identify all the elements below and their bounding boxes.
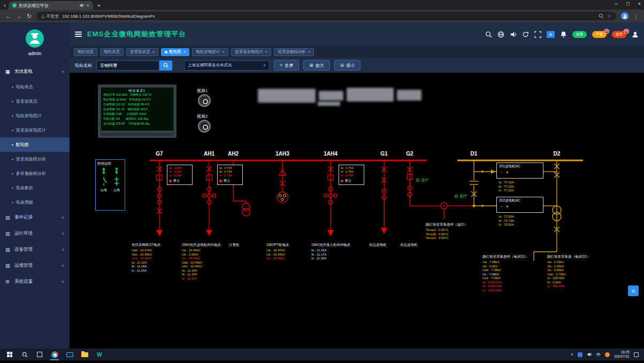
sidebar-group[interactable]: ⚙ 系统设置 ∨ (0, 274, 70, 290)
sidebar-group[interactable]: ▥ 运行环境 ∨ (0, 226, 70, 242)
browser-taskbar-button[interactable] (47, 349, 62, 360)
header-search-icon[interactable] (485, 31, 492, 38)
browser-menu-icon[interactable]: ⋮ (633, 13, 639, 19)
tray-app-icon[interactable] (578, 352, 582, 357)
user-name: admin (0, 51, 70, 56)
new-tab-button[interactable]: + (97, 2, 101, 9)
window-maximize-button[interactable]: □ (626, 1, 629, 6)
wps-button[interactable]: W (92, 349, 107, 360)
group-icon: ▥ (5, 231, 11, 236)
sidebar-item[interactable]: • 逆变器状态 (0, 94, 70, 109)
bullet-icon: • (12, 157, 13, 161)
tab-close-icon[interactable]: × (87, 3, 89, 8)
taskbar-clock[interactable]: 16:25 2024/7/31 (614, 350, 630, 359)
sidebar-group[interactable]: ▧ 设备管理 ∨ (0, 242, 70, 258)
tab-close-icon[interactable]: × (265, 50, 268, 54)
notification-center-icon[interactable] (634, 352, 639, 357)
address-bar[interactable]: △ 不安全 192.168.1.101:8090/PVWEB/Distribut… (36, 12, 616, 20)
zoom-in-button[interactable]: ⊕放大 (303, 60, 330, 71)
sidebar-item[interactable]: • 逆变器发电统计 (0, 123, 70, 137)
tab-search-icon[interactable]: ∨ (3, 3, 6, 8)
tab-close-icon[interactable]: × (183, 50, 186, 54)
alarm-pill-hint[interactable]: 提示88 (612, 31, 626, 38)
chevron-down-icon: ∨ (263, 63, 266, 67)
taskbar-search-button[interactable] (17, 349, 32, 360)
alarm-badge: 19 (604, 29, 609, 34)
task-view-button[interactable] (32, 349, 47, 360)
page-tab[interactable]: 逆变器发电统计× (231, 48, 271, 56)
tray-expand-icon[interactable]: ∧ (571, 352, 573, 357)
file-explorer-button[interactable] (77, 349, 92, 360)
monitor-icon (66, 352, 73, 357)
sidebar-item[interactable]: • 多设备曲线分析 (0, 166, 70, 181)
page-tab[interactable]: 逆变器曲线分析× (274, 48, 314, 56)
bullet-icon: • (12, 186, 13, 190)
search-icon (163, 63, 168, 68)
sidebar-item[interactable]: • 配电图 (0, 137, 70, 152)
tab-close-icon[interactable]: × (222, 50, 225, 54)
zoom-page-icon[interactable] (599, 13, 604, 19)
video2-button[interactable] (198, 120, 211, 133)
sidebar-item[interactable]: • 电表集抄 (0, 181, 70, 195)
logo (0, 29, 70, 48)
page-tab[interactable]: 逆变器状态× (126, 48, 158, 56)
back-button[interactable]: ← (5, 13, 11, 19)
display-app-button[interactable] (62, 349, 77, 360)
search-icon (22, 352, 28, 358)
refresh-icon[interactable] (522, 31, 529, 38)
page-tab[interactable]: 电站状态 (74, 48, 97, 56)
bell-icon[interactable] (560, 31, 567, 38)
fullscreen-button[interactable]: +全屏 (274, 60, 299, 71)
fullscreen-icon[interactable] (534, 31, 541, 38)
volume-icon[interactable] (510, 31, 517, 38)
ime-indicator[interactable]: 中 (596, 352, 601, 358)
page-tab[interactable]: 电站发电统计× (192, 48, 228, 56)
red-circuits (150, 160, 474, 230)
task-view-icon (37, 352, 42, 357)
forward-button[interactable]: → (16, 13, 22, 19)
page-tab[interactable]: 电站状态 (100, 48, 124, 56)
tab-close-icon[interactable]: × (308, 50, 311, 54)
browser-address-row: ← → ↻ △ 不安全 192.168.1.101:8090/PVWEB/Dis… (0, 10, 644, 22)
tab-close-icon[interactable]: × (152, 50, 155, 54)
app-title: EMS企业微电网能效管理平台 (87, 29, 186, 39)
bookmark-star-icon[interactable]: ☆ (607, 13, 611, 19)
tab-audio-icon[interactable] (79, 3, 85, 8)
video1-button[interactable] (198, 94, 211, 107)
taskbar-time: 16:25 (614, 350, 630, 354)
page-tab-active[interactable]: 配电图× (161, 48, 189, 56)
station-search-button[interactable] (159, 60, 172, 71)
security-warning-icon[interactable]: △ 不安全 (41, 13, 59, 19)
browser-tab[interactable]: 光伏运维云平台 × (9, 1, 93, 10)
alarm-pill-serious[interactable]: 严重19 (592, 31, 607, 38)
user-avatar-icon[interactable] (632, 31, 639, 38)
alarm-badge: 88 (624, 29, 629, 34)
window-close-button[interactable]: × (638, 1, 641, 6)
sidebar-group-pv[interactable]: ▦ 光伏发电 ∧ (0, 64, 70, 80)
start-button[interactable] (2, 349, 17, 360)
tray-volume-icon[interactable] (587, 352, 592, 357)
sidebar-item[interactable]: • 电表用能 (0, 195, 70, 210)
station-select[interactable]: 上海宝钢阿赛洛分布式光∨ (184, 60, 270, 71)
site-favicon-icon (12, 3, 17, 7)
sidebar-item[interactable]: • 电站发电统计 (0, 109, 70, 123)
pt-winding (279, 195, 286, 201)
sidebar-item[interactable]: • 电站状态 (0, 80, 70, 94)
menu-toggle-icon[interactable] (75, 32, 82, 37)
sidebar-group[interactable]: ▤ 事件记录 ∨ (0, 210, 70, 226)
reclose-indicator-icon (341, 180, 343, 182)
sidebar-group[interactable]: ▨ 运维管理 ∨ (0, 258, 70, 274)
station-search-input[interactable] (96, 60, 159, 71)
layer-tools-button[interactable]: ≡ (628, 285, 639, 296)
zoom-out-button[interactable]: ⊖缩小 (334, 60, 361, 71)
sidebar-item[interactable]: • 逆变器曲线分析 (0, 152, 70, 166)
alarm-pill-normal[interactable]: 告警 (572, 31, 587, 38)
translate-icon[interactable]: A (547, 31, 555, 38)
reload-button[interactable]: ↻ (27, 13, 32, 20)
window-minimize-button[interactable]: ─ (615, 1, 618, 6)
distribution-canvas[interactable]: HUAZI 电站功率 120.2kW 并网电压 220.7V电压等级 10.50… (70, 73, 644, 349)
profile-avatar[interactable] (621, 12, 628, 20)
yellow-marks (473, 169, 496, 207)
tray-security-icon[interactable] (605, 352, 610, 357)
language-globe-icon[interactable] (497, 31, 504, 38)
